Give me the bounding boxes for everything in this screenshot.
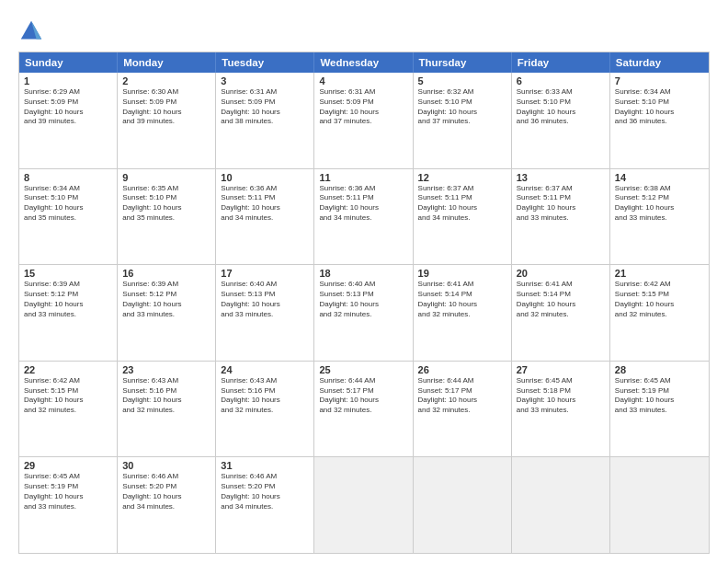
day-cell-30: 30Sunrise: 6:46 AMSunset: 5:20 PMDayligh… <box>118 457 216 553</box>
day-info: Sunrise: 6:46 AMSunset: 5:20 PMDaylight:… <box>122 472 210 511</box>
day-info: Sunrise: 6:46 AMSunset: 5:20 PMDaylight:… <box>221 472 309 511</box>
day-info: Sunrise: 6:40 AMSunset: 5:13 PMDaylight:… <box>221 280 309 319</box>
day-number: 8 <box>24 172 112 183</box>
day-info: Sunrise: 6:36 AMSunset: 5:11 PMDaylight:… <box>221 184 309 224</box>
day-number: 15 <box>24 268 112 279</box>
header-day-tuesday: Tuesday <box>216 52 314 73</box>
day-cell-5: 5Sunrise: 6:32 AMSunset: 5:10 PMDaylight… <box>414 73 512 168</box>
day-info: Sunrise: 6:39 AMSunset: 5:12 PMDaylight:… <box>24 280 112 319</box>
day-cell-1: 1Sunrise: 6:29 AMSunset: 5:09 PMDaylight… <box>19 73 118 168</box>
day-number: 22 <box>24 364 112 375</box>
day-info: Sunrise: 6:34 AMSunset: 5:10 PMDaylight:… <box>615 87 704 127</box>
day-number: 6 <box>517 75 605 86</box>
day-info: Sunrise: 6:37 AMSunset: 5:11 PMDaylight:… <box>418 184 506 224</box>
day-cell-17: 17Sunrise: 6:40 AMSunset: 5:13 PMDayligh… <box>216 265 314 361</box>
day-cell-2: 2Sunrise: 6:30 AMSunset: 5:09 PMDaylight… <box>118 73 216 168</box>
day-number: 3 <box>221 75 309 86</box>
day-number: 27 <box>517 364 605 375</box>
logo <box>18 18 48 44</box>
day-cell-14: 14Sunrise: 6:38 AMSunset: 5:12 PMDayligh… <box>610 169 709 265</box>
day-info: Sunrise: 6:40 AMSunset: 5:13 PMDaylight:… <box>319 280 407 319</box>
day-cell-12: 12Sunrise: 6:37 AMSunset: 5:11 PMDayligh… <box>414 169 512 265</box>
day-number: 23 <box>122 364 210 375</box>
day-cell-18: 18Sunrise: 6:40 AMSunset: 5:13 PMDayligh… <box>314 265 413 361</box>
day-cell-9: 9Sunrise: 6:35 AMSunset: 5:10 PMDaylight… <box>118 169 216 265</box>
day-cell-10: 10Sunrise: 6:36 AMSunset: 5:11 PMDayligh… <box>216 169 314 265</box>
day-number: 30 <box>122 460 210 471</box>
header-day-wednesday: Wednesday <box>314 52 413 73</box>
day-info: Sunrise: 6:45 AMSunset: 5:19 PMDaylight:… <box>615 376 704 416</box>
day-info: Sunrise: 6:30 AMSunset: 5:09 PMDaylight:… <box>122 87 210 127</box>
empty-cell <box>414 457 512 553</box>
day-number: 19 <box>418 268 506 279</box>
day-cell-31: 31Sunrise: 6:46 AMSunset: 5:20 PMDayligh… <box>216 457 314 553</box>
calendar-row-4: 22Sunrise: 6:42 AMSunset: 5:15 PMDayligh… <box>19 361 709 457</box>
day-number: 16 <box>122 268 210 279</box>
header-day-friday: Friday <box>512 52 610 73</box>
day-number: 17 <box>221 268 309 279</box>
day-cell-19: 19Sunrise: 6:41 AMSunset: 5:14 PMDayligh… <box>414 265 512 361</box>
page: SundayMondayTuesdayWednesdayThursdayFrid… <box>0 0 728 563</box>
day-info: Sunrise: 6:29 AMSunset: 5:09 PMDaylight:… <box>24 87 112 127</box>
day-number: 25 <box>319 364 407 375</box>
day-cell-20: 20Sunrise: 6:41 AMSunset: 5:14 PMDayligh… <box>512 265 610 361</box>
header-day-monday: Monday <box>118 52 216 73</box>
day-cell-29: 29Sunrise: 6:45 AMSunset: 5:19 PMDayligh… <box>19 457 118 553</box>
day-number: 28 <box>615 364 704 375</box>
day-cell-22: 22Sunrise: 6:42 AMSunset: 5:15 PMDayligh… <box>19 362 118 457</box>
day-cell-13: 13Sunrise: 6:37 AMSunset: 5:11 PMDayligh… <box>512 169 610 265</box>
day-cell-7: 7Sunrise: 6:34 AMSunset: 5:10 PMDaylight… <box>610 73 709 168</box>
day-number: 7 <box>615 75 704 86</box>
day-number: 2 <box>122 75 210 86</box>
day-cell-6: 6Sunrise: 6:33 AMSunset: 5:10 PMDaylight… <box>512 73 610 168</box>
day-cell-27: 27Sunrise: 6:45 AMSunset: 5:18 PMDayligh… <box>512 362 610 457</box>
calendar-row-2: 8Sunrise: 6:34 AMSunset: 5:10 PMDaylight… <box>19 168 709 265</box>
day-cell-8: 8Sunrise: 6:34 AMSunset: 5:10 PMDaylight… <box>19 169 118 265</box>
empty-cell <box>512 457 610 553</box>
header-day-saturday: Saturday <box>610 52 709 73</box>
calendar-header: SundayMondayTuesdayWednesdayThursdayFrid… <box>19 52 709 73</box>
empty-cell <box>610 457 709 553</box>
day-number: 18 <box>319 268 407 279</box>
day-number: 5 <box>418 75 506 86</box>
day-number: 20 <box>517 268 605 279</box>
day-info: Sunrise: 6:42 AMSunset: 5:15 PMDaylight:… <box>615 280 704 319</box>
day-number: 9 <box>122 172 210 183</box>
day-info: Sunrise: 6:41 AMSunset: 5:14 PMDaylight:… <box>517 280 605 319</box>
day-number: 4 <box>319 75 407 86</box>
calendar-row-1: 1Sunrise: 6:29 AMSunset: 5:09 PMDaylight… <box>19 73 709 168</box>
day-info: Sunrise: 6:31 AMSunset: 5:09 PMDaylight:… <box>221 87 309 127</box>
day-info: Sunrise: 6:39 AMSunset: 5:12 PMDaylight:… <box>122 280 210 319</box>
day-info: Sunrise: 6:43 AMSunset: 5:16 PMDaylight:… <box>122 376 210 416</box>
day-number: 21 <box>615 268 704 279</box>
empty-cell <box>314 457 413 553</box>
day-info: Sunrise: 6:36 AMSunset: 5:11 PMDaylight:… <box>319 184 407 224</box>
day-number: 26 <box>418 364 506 375</box>
day-info: Sunrise: 6:32 AMSunset: 5:10 PMDaylight:… <box>418 87 506 127</box>
day-cell-24: 24Sunrise: 6:43 AMSunset: 5:16 PMDayligh… <box>216 362 314 457</box>
day-cell-26: 26Sunrise: 6:44 AMSunset: 5:17 PMDayligh… <box>414 362 512 457</box>
calendar-row-3: 15Sunrise: 6:39 AMSunset: 5:12 PMDayligh… <box>19 264 709 361</box>
day-number: 24 <box>221 364 309 375</box>
day-number: 31 <box>221 460 309 471</box>
day-info: Sunrise: 6:34 AMSunset: 5:10 PMDaylight:… <box>24 184 112 224</box>
day-info: Sunrise: 6:37 AMSunset: 5:11 PMDaylight:… <box>517 184 605 224</box>
day-info: Sunrise: 6:43 AMSunset: 5:16 PMDaylight:… <box>221 376 309 416</box>
day-info: Sunrise: 6:31 AMSunset: 5:09 PMDaylight:… <box>319 87 407 127</box>
day-info: Sunrise: 6:44 AMSunset: 5:17 PMDaylight:… <box>319 376 407 416</box>
day-info: Sunrise: 6:42 AMSunset: 5:15 PMDaylight:… <box>24 376 112 416</box>
day-cell-25: 25Sunrise: 6:44 AMSunset: 5:17 PMDayligh… <box>314 362 413 457</box>
day-info: Sunrise: 6:35 AMSunset: 5:10 PMDaylight:… <box>122 184 210 224</box>
header-day-sunday: Sunday <box>19 52 118 73</box>
day-number: 11 <box>319 172 407 183</box>
logo-icon <box>18 18 44 44</box>
day-info: Sunrise: 6:45 AMSunset: 5:18 PMDaylight:… <box>517 376 605 416</box>
day-cell-16: 16Sunrise: 6:39 AMSunset: 5:12 PMDayligh… <box>118 265 216 361</box>
header <box>18 15 710 44</box>
day-cell-28: 28Sunrise: 6:45 AMSunset: 5:19 PMDayligh… <box>610 362 709 457</box>
day-number: 14 <box>615 172 704 183</box>
day-info: Sunrise: 6:44 AMSunset: 5:17 PMDaylight:… <box>418 376 506 416</box>
day-number: 10 <box>221 172 309 183</box>
day-cell-3: 3Sunrise: 6:31 AMSunset: 5:09 PMDaylight… <box>216 73 314 168</box>
day-cell-23: 23Sunrise: 6:43 AMSunset: 5:16 PMDayligh… <box>118 362 216 457</box>
